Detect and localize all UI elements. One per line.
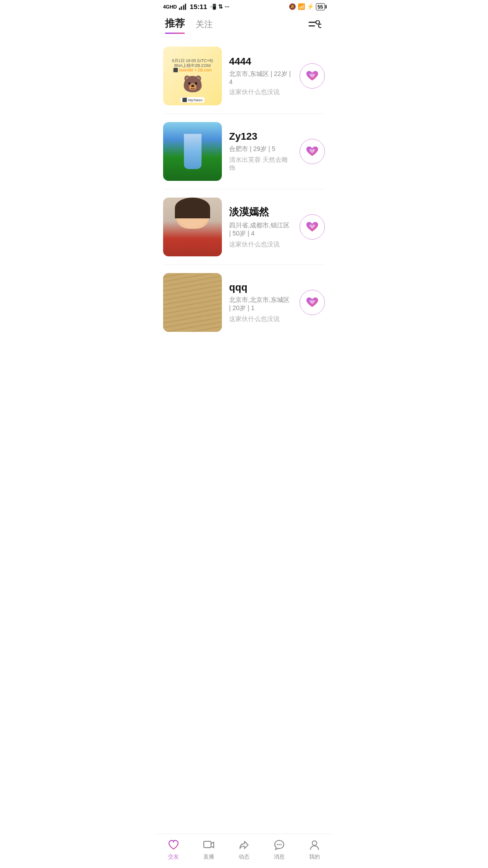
- status-time: 15:11: [190, 3, 207, 10]
- tab-following[interactable]: 关注: [196, 19, 213, 34]
- user-name: qqq: [229, 282, 292, 293]
- avatar[interactable]: [163, 122, 222, 181]
- user-info: Zy123 合肥市 | 29岁 | 5 清水出芙蓉 天然去雕饰: [229, 131, 292, 172]
- filter-button[interactable]: [307, 17, 323, 33]
- user-bio: 这家伙什么也没说: [229, 88, 292, 96]
- svg-rect-1: [309, 25, 315, 27]
- tabs: 推荐 关注: [165, 17, 213, 34]
- signal-bars: [179, 4, 187, 10]
- status-bar: 4GHD 15:11 📲 ⇅ ··· 🔕 📶 ⚡ 55: [156, 0, 332, 12]
- user-bio: 这家伙什么也没说: [229, 315, 292, 323]
- extra-icon-1: 📲: [210, 4, 216, 10]
- filter-icon: [309, 20, 321, 30]
- like-button[interactable]: [300, 63, 325, 89]
- tab-recommended[interactable]: 推荐: [165, 17, 185, 34]
- user-name: 淡漠嫣然: [229, 205, 292, 219]
- user-name: 4444: [229, 56, 292, 67]
- wifi-icon: 📶: [298, 3, 305, 10]
- user-meta: 合肥市 | 29岁 | 5: [229, 145, 292, 153]
- header: 推荐 关注: [156, 12, 332, 34]
- user-meta: 北京市,北京市,东城区 | 20岁 | 1: [229, 296, 292, 312]
- user-name: Zy123: [229, 131, 292, 142]
- notification-off-icon: 🔕: [289, 3, 296, 10]
- avatar[interactable]: 6月1日 16:00 (UTC+8)BNA上线中ZB.COM⬛ teamBit …: [163, 47, 222, 105]
- extra-icon-2: ⇅: [218, 4, 223, 10]
- network-label: 4GHD: [163, 4, 177, 9]
- tab-underline: [165, 33, 185, 34]
- like-button[interactable]: [300, 139, 325, 164]
- user-card: qqq 北京市,北京市,东城区 | 20岁 | 1 这家伙什么也没说: [163, 265, 325, 340]
- user-card: 6月1日 16:00 (UTC+8)BNA上线中ZB.COM⬛ teamBit …: [163, 38, 325, 114]
- user-info: qqq 北京市,北京市,东城区 | 20岁 | 1 这家伙什么也没说: [229, 282, 292, 323]
- extra-dots: ···: [225, 4, 229, 10]
- user-meta: 北京市,东城区 | 22岁 | 4: [229, 70, 292, 85]
- avatar[interactable]: [163, 273, 222, 332]
- like-button[interactable]: [300, 214, 325, 240]
- status-right: 🔕 📶 ⚡ 55: [289, 3, 325, 10]
- charge-icon: ⚡: [307, 3, 314, 10]
- svg-point-3: [319, 24, 321, 28]
- like-button[interactable]: [300, 290, 325, 315]
- user-bio: 清水出芙蓉 天然去雕饰: [229, 156, 292, 172]
- status-left: 4GHD 15:11 📲 ⇅ ···: [163, 3, 229, 10]
- user-info: 4444 北京市,东城区 | 22岁 | 4 这家伙什么也没说: [229, 56, 292, 96]
- user-card: Zy123 合肥市 | 29岁 | 5 清水出芙蓉 天然去雕饰: [163, 114, 325, 189]
- svg-point-2: [316, 20, 319, 24]
- user-list: 6月1日 16:00 (UTC+8)BNA上线中ZB.COM⬛ teamBit …: [156, 34, 332, 344]
- user-meta: 四川省,成都市,锦江区 | 50岁 | 4: [229, 222, 292, 238]
- user-card: 淡漠嫣然 四川省,成都市,锦江区 | 50岁 | 4 这家伙什么也没说: [163, 189, 325, 265]
- user-info: 淡漠嫣然 四川省,成都市,锦江区 | 50岁 | 4 这家伙什么也没说: [229, 205, 292, 249]
- battery-icon: 55: [316, 3, 325, 10]
- user-bio: 这家伙什么也没说: [229, 241, 292, 249]
- avatar[interactable]: [163, 198, 222, 256]
